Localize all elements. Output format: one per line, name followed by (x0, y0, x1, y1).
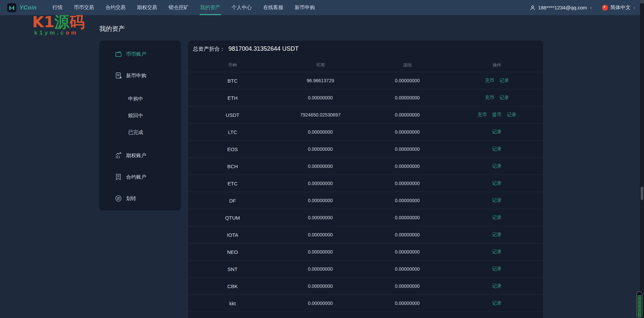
available-amount: 96.96613729 (277, 78, 364, 83)
coin-name: IOTA (188, 232, 277, 238)
deposit-link[interactable]: 充币 (485, 95, 494, 101)
available-amount: 0.00000000 (277, 164, 364, 169)
records-link[interactable]: 记录 (492, 249, 501, 255)
records-link[interactable]: 记录 (499, 95, 509, 101)
deposit-link[interactable]: 充币 (477, 112, 487, 118)
frozen-amount: 0.00000000 (364, 181, 451, 186)
frozen-amount: 0.00000000 (364, 112, 451, 118)
frozen-amount: 0.00000000 (364, 215, 451, 220)
table-header: 币种可用冻结操作 (188, 58, 543, 72)
nav-item-new-coin-subscribe[interactable]: 新币申购 (295, 0, 315, 15)
records-link[interactable]: 记录 (492, 283, 501, 289)
frozen-amount: 0.00000000 (364, 249, 451, 255)
wallet-icon (115, 50, 122, 58)
frozen-amount: 0.00000000 (364, 95, 451, 100)
records-link[interactable]: 记录 (499, 78, 509, 84)
sidebar-item-subscribing[interactable]: 申购中 (99, 90, 181, 107)
actions-cell: 记录 (451, 300, 543, 306)
actions-cell: 记录 (451, 215, 543, 221)
sidebar-item-transfer[interactable]: 划转 (99, 188, 181, 209)
actions-cell: 记录 (451, 249, 543, 255)
sidebar: 币币账户新币申购申购中赎回中已完成期权账户合约账户划转 (99, 41, 181, 211)
records-link[interactable]: 记录 (492, 266, 501, 272)
nav-item-user-center[interactable]: 个人中心 (232, 0, 252, 15)
nav-item-my-assets[interactable]: 我的资产 (200, 0, 220, 15)
chevron-icon: ‹ (634, 5, 635, 10)
available-amount: 0.00000000 (277, 181, 364, 186)
nav-item-spot-trade[interactable]: 币币交易 (74, 0, 94, 15)
deposit-link[interactable]: 充币 (485, 78, 494, 84)
frozen-amount: 0.00000000 (364, 301, 451, 306)
frozen-amount: 0.00000000 (364, 146, 451, 152)
nav-item-lock-mining[interactable]: 锁仓挖矿 (169, 0, 189, 15)
watermark-domain: k1ym.com (34, 30, 78, 36)
sidebar-item-contract-account[interactable]: 合约账户 (99, 166, 181, 188)
language-selector[interactable]: ★ 简体中文 ‹ (602, 4, 635, 11)
sidebar-item-label: 申购中 (128, 96, 143, 102)
nav-item-option-trade[interactable]: 期权交易 (137, 0, 157, 15)
asset-row-QTUM: QTUM0.000000000.00000000记录 (188, 209, 543, 226)
withdraw-link[interactable]: 提币 (492, 112, 501, 118)
actions-cell: 记录 (451, 163, 543, 169)
column-header: 币种 (188, 62, 277, 68)
china-flag-icon: ★ (602, 5, 608, 11)
coin-name: QTUM (188, 215, 277, 221)
sidebar-item-label: 合约账户 (126, 174, 146, 180)
column-header: 冻结 (364, 62, 451, 68)
watermark-title-part: K1 (32, 13, 54, 31)
doc-plus-icon (115, 72, 122, 79)
records-link[interactable]: 记录 (492, 129, 501, 135)
frozen-amount: 0.00000000 (364, 198, 451, 203)
asset-row-CBK: CBK0.000000000.00000000记录 (188, 278, 543, 295)
sidebar-item-completed[interactable]: 已完成 (99, 124, 181, 141)
frozen-amount: 0.00000000 (364, 232, 451, 237)
records-link[interactable]: 记录 (492, 300, 501, 306)
asset-row-EOS: EOS0.000000000.00000000记录 (188, 141, 543, 158)
scrollbar[interactable] (640, 0, 644, 318)
sidebar-menu: 币币账户新币申购申购中赎回中已完成期权账户合约账户划转 (99, 43, 181, 209)
records-link[interactable]: 记录 (492, 163, 501, 169)
coin-name: USDT (188, 112, 277, 118)
frozen-amount: 0.00000000 (364, 129, 451, 135)
scrollbar-thumb[interactable] (641, 187, 643, 200)
watermark-domain-part: k1ym.c (34, 30, 66, 36)
user-account-menu[interactable]: 188****1234@qq.com ‹ (530, 5, 592, 11)
logo[interactable]: YCoin (7, 3, 37, 13)
records-link[interactable]: 记录 (492, 197, 501, 203)
actions-cell: 记录 (451, 232, 543, 238)
sidebar-item-redeeming[interactable]: 赎回中 (99, 107, 181, 124)
page-title: 我的资产 (99, 25, 125, 33)
actions-cell: 记录 (451, 180, 543, 186)
nav-item-contract-trade[interactable]: 合约交易 (106, 0, 126, 15)
records-link[interactable]: 记录 (507, 112, 516, 118)
sidebar-item-label: 划转 (126, 195, 136, 202)
coin-name: BCH (188, 164, 277, 169)
coin-name: DF (188, 198, 277, 203)
nav-item-online-service[interactable]: 在线客服 (263, 0, 283, 15)
scrollbar-top-cap (640, 0, 644, 3)
chevron-icon: ‹ (590, 5, 592, 10)
sidebar-item-new-coin-subscribe[interactable]: 新币申购 (99, 65, 181, 86)
sidebar-item-option-account[interactable]: 期权账户 (99, 145, 181, 166)
total-assets-value: 9817004.31352644 USDT (228, 45, 299, 52)
available-amount: 0.00000000 (277, 301, 364, 306)
available-amount: 0.00000000 (277, 215, 364, 220)
sidebar-item-label: 新币申购 (126, 73, 146, 79)
sidebar-item-spot-account[interactable]: 币币账户 (99, 43, 181, 65)
records-link[interactable]: 记录 (492, 146, 501, 152)
nav-item-market[interactable]: 行情 (53, 0, 63, 15)
records-link[interactable]: 记录 (492, 232, 501, 238)
actions-cell: 记录 (451, 146, 543, 152)
asset-row-USDT: USDT7924650.025306970.00000000充币提币记录 (188, 106, 543, 124)
asset-row-BCH: BCH0.000000000.00000000记录 (188, 158, 543, 175)
frozen-amount: 0.00000000 (364, 283, 451, 289)
column-header: 操作 (451, 62, 543, 68)
chart-icon (115, 152, 122, 159)
records-link[interactable]: 记录 (492, 215, 501, 221)
asset-row-DF: DF0.000000000.00000000记录 (188, 192, 543, 209)
actions-cell: 充币记录 (451, 78, 543, 84)
asset-row-ETH: ETH0.000000000.00000000充币记录 (188, 89, 543, 106)
navbar: YCoin 行情币币交易合约交易期权交易锁仓挖矿我的资产个人中心在线客服新币申购… (0, 0, 644, 15)
records-link[interactable]: 记录 (492, 180, 501, 186)
assets-table: 币种可用冻结操作 BTC96.966137290.00000000充币记录ETH… (188, 58, 543, 312)
